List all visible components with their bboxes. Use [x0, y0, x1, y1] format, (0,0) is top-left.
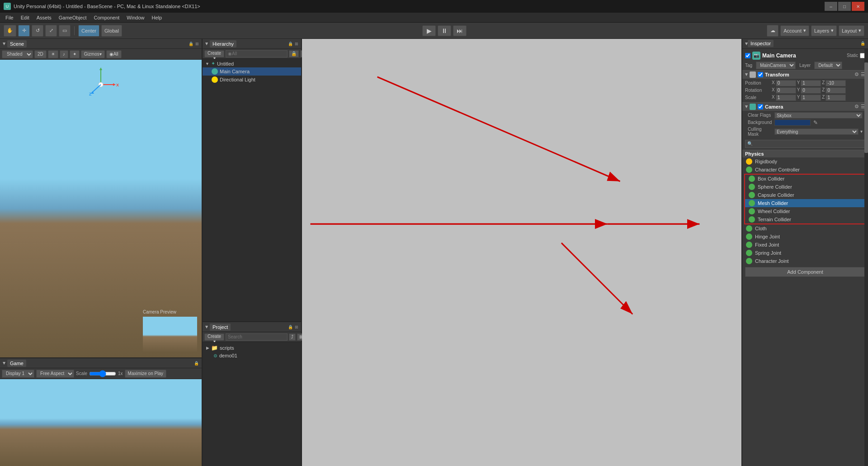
project-btn1[interactable]: ⤴	[289, 333, 296, 341]
capsule-collider-item[interactable]: Capsule Collider	[745, 191, 865, 199]
project-search-input[interactable]	[226, 333, 288, 341]
inspector-tab[interactable]: Inspector	[748, 40, 774, 47]
scale-y-input[interactable]	[801, 95, 821, 101]
account-dropdown[interactable]: Account ▾	[780, 25, 809, 36]
scale-slider[interactable]	[89, 371, 116, 377]
rot-y-input[interactable]	[801, 87, 821, 94]
eyedropper-icon[interactable]: ✎	[813, 119, 818, 126]
layout-dropdown[interactable]: Layout ▾	[839, 25, 864, 36]
hierarchy-search-input[interactable]	[226, 50, 288, 57]
cloth-item[interactable]: Cloth	[742, 224, 868, 233]
hierarchy-scene-root[interactable]: ▼ ✦ Untitled	[203, 60, 301, 67]
transform-component-header[interactable]: ▶ Transform ⚙ ☰	[742, 70, 868, 79]
physics-section-header[interactable]: Physics	[742, 150, 868, 157]
project-file-demo01[interactable]: ⚙ demo01	[204, 352, 299, 359]
menu-assets[interactable]: Assets	[33, 14, 55, 21]
hierarchy-lock-icon[interactable]: 🔒	[288, 42, 293, 46]
hierarchy-item-directional-light[interactable]: Directional Light	[203, 76, 301, 84]
camera-enabled[interactable]	[758, 104, 763, 109]
audio-toggle[interactable]: ♪	[60, 50, 68, 58]
project-folder-scripts[interactable]: ▶ 📁 scripts	[204, 344, 299, 352]
transform-settings-icon[interactable]: ⚙	[854, 71, 859, 77]
menu-window[interactable]: Window	[123, 14, 148, 21]
pos-y-input[interactable]: 1	[801, 80, 821, 86]
character-joint-item[interactable]: Character Joint	[742, 257, 868, 265]
hierarchy-tab[interactable]: Hierarchy	[210, 40, 236, 48]
tag-dropdown[interactable]: MainCamera	[756, 62, 796, 69]
scroll-thumb[interactable]	[864, 62, 868, 153]
lighting-toggle[interactable]: ☀	[48, 50, 58, 58]
component-search-input[interactable]	[754, 141, 863, 146]
wheel-collider-item[interactable]: Wheel Collider	[745, 207, 865, 215]
tool-rotate[interactable]: ↺	[32, 25, 43, 37]
scene-expand-icon[interactable]: ⊠	[195, 42, 199, 46]
gizmos-button[interactable]: Gizmos ▾	[81, 50, 105, 58]
camera-component-header[interactable]: ▶ Camera ⚙ ☰	[742, 102, 868, 111]
mesh-collider-item[interactable]: Mesh Collider	[745, 199, 865, 207]
shading-mode-select[interactable]: Shaded	[2, 50, 33, 58]
camera-settings-icon[interactable]: ⚙	[854, 104, 859, 109]
layers-dropdown[interactable]: Layers ▾	[811, 25, 837, 36]
pos-x-input[interactable]: 0	[776, 80, 796, 86]
inspector-lock-icon[interactable]: 🔒	[860, 41, 865, 46]
aspect-select[interactable]: Free Aspect	[36, 370, 74, 378]
game-lock-icon[interactable]: 🔒	[194, 361, 199, 366]
rot-x-input[interactable]	[776, 87, 796, 94]
hierarchy-expand-icon[interactable]: ⊠	[295, 42, 298, 46]
all-button[interactable]: ◉All	[106, 50, 122, 58]
add-component-button[interactable]: Add Component	[745, 267, 865, 277]
character-controller-item[interactable]: Character Controller	[742, 166, 868, 174]
menu-component[interactable]: Component	[90, 14, 123, 21]
tool-scale[interactable]: ⤢	[45, 25, 57, 37]
tool-rect[interactable]: ▭	[59, 25, 71, 37]
global-button[interactable]: Global	[101, 25, 122, 37]
sphere-collider-item[interactable]: Sphere Collider	[745, 183, 865, 191]
scale-x-input[interactable]	[776, 95, 796, 101]
center-button[interactable]: Center	[78, 25, 99, 37]
scene-canvas[interactable]: X Y Z ◀ Back Camera Previe	[0, 60, 202, 357]
object-enabled-checkbox[interactable]	[745, 53, 750, 58]
hinge-joint-item[interactable]: Hinge Joint	[742, 233, 868, 241]
culling-mask-btn[interactable]: ▾	[860, 129, 863, 134]
scene-lock-icon[interactable]: 🔒	[189, 42, 193, 46]
layer-dropdown[interactable]: Default	[814, 62, 842, 69]
rigidbody-item[interactable]: Rigidbody	[742, 157, 868, 166]
hierarchy-create-btn[interactable]: Create ▾	[204, 50, 224, 57]
maximize-on-play-btn[interactable]: Maximize on Play	[125, 370, 166, 378]
transform-enabled[interactable]	[758, 72, 763, 77]
game-tab[interactable]: Game	[7, 360, 26, 367]
tool-hand[interactable]: ✋	[4, 25, 16, 37]
hierarchy-lock-btn[interactable]: 🔒	[289, 50, 299, 57]
fx-toggle[interactable]: ✦	[70, 50, 80, 58]
pos-z-input[interactable]: -10	[826, 80, 846, 86]
project-create-btn[interactable]: Create ▾	[204, 333, 224, 341]
project-lock-icon[interactable]: 🔒	[288, 325, 293, 329]
hierarchy-item-main-camera[interactable]: Main Camera	[203, 67, 301, 76]
minimize-button[interactable]: –	[825, 2, 837, 11]
menu-gameobject[interactable]: GameObject	[55, 14, 90, 21]
spring-joint-item[interactable]: Spring Joint	[742, 249, 868, 257]
clear-flags-dropdown[interactable]: Skybox	[774, 112, 863, 119]
2d-toggle[interactable]: 2D	[34, 50, 47, 58]
cloud-button[interactable]: ☁	[767, 25, 778, 37]
background-color-picker[interactable]	[774, 119, 811, 126]
step-button[interactable]: ⏭	[453, 25, 467, 36]
project-tab[interactable]: Project	[210, 323, 231, 331]
terrain-collider-item[interactable]: Terrain Collider	[745, 215, 865, 223]
scene-tab[interactable]: Scene	[7, 40, 27, 48]
inspector-scrollbar[interactable]	[864, 49, 868, 466]
tool-move[interactable]: ✛	[18, 25, 30, 37]
culling-mask-dropdown[interactable]: Everything	[774, 128, 859, 135]
maximize-button[interactable]: □	[838, 2, 851, 11]
box-collider-item[interactable]: Box Collider	[745, 175, 865, 183]
project-expand-icon[interactable]: ⊠	[295, 325, 298, 329]
menu-file[interactable]: File	[2, 14, 17, 21]
pause-button[interactable]: ⏸	[438, 25, 451, 36]
display-select[interactable]: Display 1	[2, 370, 34, 378]
scale-z-input[interactable]	[826, 95, 846, 101]
menu-help[interactable]: Help	[148, 14, 165, 21]
close-button[interactable]: ✕	[852, 2, 864, 11]
rot-z-input[interactable]	[826, 87, 846, 94]
play-button[interactable]: ▶	[422, 25, 436, 36]
fixed-joint-item[interactable]: Fixed Joint	[742, 241, 868, 249]
